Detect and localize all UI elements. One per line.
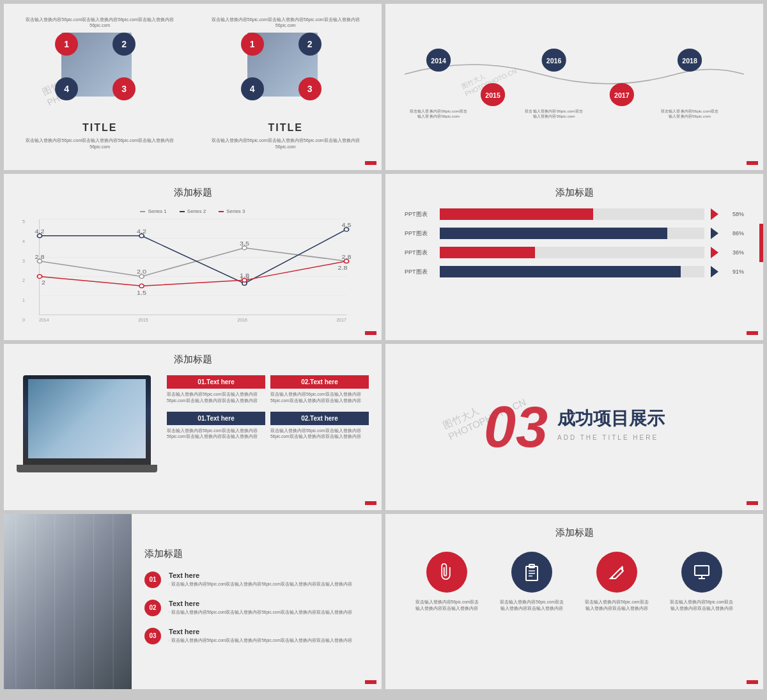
- tb1-content: 双击输入替换内容56pic.com双击输入替换内容56pic.com双击输入替换…: [167, 389, 265, 407]
- svg-text:4.5: 4.5: [341, 222, 352, 228]
- circle-4: 4: [55, 77, 78, 100]
- icon-block-1: 双击输入替换内容56pic.com双击输入替换内容双击输入替换内容: [415, 552, 479, 612]
- list-body-2: · 双击输入替换内容56pic.com双击输入替换内容56pic.com双击输入…: [169, 609, 369, 616]
- chart-area: 2.8 2.0 3.5 2.8 4.2 4.2 1.3 4.5: [39, 219, 346, 315]
- legend-s1: Series 1: [140, 208, 166, 214]
- circle-4r: 4: [241, 77, 264, 100]
- clipboard-icon: [523, 563, 541, 581]
- svg-point-22: [139, 274, 144, 278]
- bar-track-4: [440, 266, 704, 277]
- slide8-title: 添加标题: [405, 527, 744, 539]
- bar-arrow-4: [711, 266, 718, 277]
- bar-label-3: PPT图表: [405, 249, 433, 257]
- tb4: 02.Text here 双击输入替换内容56pic.com双击输入替换内容56…: [270, 412, 369, 443]
- circle-3r: 3: [298, 77, 322, 100]
- project-text: 成功项目展示 ADD THE TITLE HERE: [557, 413, 665, 441]
- svg-point-29: [37, 234, 42, 238]
- bar-arrow-1: [711, 208, 718, 220]
- svg-text:4.2: 4.2: [137, 228, 147, 235]
- legend-s3: Series 3: [219, 208, 245, 214]
- icon-circle-2: [511, 552, 552, 593]
- svg-point-32: [344, 228, 348, 231]
- slide-4: 添加标题 PPT图表 58% PPT图表 86%: [385, 174, 763, 340]
- slide-3: 添加标题 Series 1 Series 2 Series 3 5 4 3 2 …: [4, 174, 382, 340]
- numbered-circles-right: 1 2 3 4: [228, 33, 343, 122]
- chart-wrapper: 5 4 3 2 1 0: [33, 219, 353, 322]
- project-title: 成功项目展示: [557, 407, 665, 431]
- svg-point-23: [242, 246, 247, 250]
- svg-text:双击输入替换内容56pic.com双击: 双击输入替换内容56pic.com双击: [410, 109, 468, 113]
- circle-2r: 2: [298, 33, 322, 56]
- icon-block-4: 双击输入替换内容56pic.com双击输入替换内容双击输入替换内容: [670, 552, 734, 612]
- bar-percent-2: 86%: [725, 230, 744, 237]
- text-box-row-1: 01.Text here 双击输入替换内容56pic.com双击输入替换内容56…: [167, 375, 369, 407]
- svg-text:双击输入替换内容56pic.com双击: 双击输入替换内容56pic.com双击: [661, 109, 719, 113]
- bar-track-2: [440, 228, 704, 239]
- svg-text:2015: 2015: [485, 92, 500, 99]
- svg-text:2.0: 2.0: [137, 268, 147, 275]
- icons-row: 双击输入替换内容56pic.com双击输入替换内容双击输入替换内容 双击输入替换…: [405, 552, 744, 612]
- svg-text:2.8: 2.8: [35, 253, 45, 260]
- list-item-text-1: Text here · 双击输入替换内容56pic.com双击输入替换内容56p…: [169, 572, 369, 587]
- svg-point-30: [139, 234, 144, 238]
- bar-fill-1: [440, 208, 593, 220]
- icon-text-1: 双击输入替换内容56pic.com双击输入替换内容双击输入替换内容: [415, 599, 479, 612]
- svg-text:1.5: 1.5: [137, 290, 147, 296]
- legend-s2: Series 2: [180, 208, 206, 214]
- svg-point-39: [242, 278, 247, 282]
- slide1-top-text: 双击输入替换内容56pic.com双击输入替换内容56pic.com双击输入替换…: [17, 17, 183, 27]
- slide1-right-text: 双击输入替换内容56pic.com双击输入替换内容56pic.com双击输入替换…: [203, 137, 369, 150]
- bar-arrow-3: [711, 247, 718, 258]
- list-heading-1: Text here: [169, 572, 369, 579]
- slide-5: 添加标题 01.Text here 双击输入替换内容56pic.com双击输入替…: [4, 344, 382, 510]
- icon-text-3: 双击输入替换内容56pic.com双击输入替换内容双击输入替换内容: [585, 599, 649, 612]
- chart-legend: Series 1 Series 2 Series 3: [20, 208, 366, 214]
- svg-text:3.5: 3.5: [240, 240, 250, 247]
- list-item-2: 02 Text here · 双击输入替换内容56pic.com双击输入替换内容…: [144, 600, 369, 616]
- icon-circle-3: [596, 552, 637, 593]
- tb2-content: 双击输入替换内容56pic.com双击输入替换内容56pic.com双击输入替换…: [270, 389, 369, 407]
- bar-row-2: PPT图表 86%: [405, 228, 744, 239]
- slide7-photo-svg: [4, 514, 132, 689]
- slide1-left: 双击输入替换内容56pic.com双击输入替换内容56pic.com双击输入替换…: [17, 17, 183, 157]
- list-item-3: 03 Text here · 双击输入替换内容56pic.com双击输入替换内容…: [144, 628, 369, 644]
- icon-block-2: 双击输入替换内容56pic.com双击输入替换内容双击输入替换内容: [500, 552, 564, 612]
- tb3: 01.Text here 双击输入替换内容56pic.com双击输入替换内容56…: [167, 412, 265, 443]
- bar-fill-2: [440, 228, 667, 239]
- bar-row-1: PPT图表 58%: [405, 208, 744, 220]
- list-heading-3: Text here: [169, 628, 369, 635]
- slide4-title: 添加标题: [405, 187, 744, 199]
- list-body-1: · 双击输入替换内容56pic.com双击输入替换内容56pic.com双击输入…: [169, 581, 369, 587]
- list-num-1: 01: [144, 572, 161, 588]
- circle-1: 1: [55, 33, 78, 56]
- svg-text:输入替换内容56pic.com: 输入替换内容56pic.com: [533, 114, 575, 118]
- circle-3: 3: [112, 77, 136, 100]
- bar-fill-4: [440, 266, 681, 277]
- svg-text:输入替换内容56pic.com: 输入替换内容56pic.com: [669, 114, 711, 118]
- pencil-icon: [608, 563, 626, 581]
- tb1: 01.Text here 双击输入替换内容56pic.com双击输入替换内容56…: [167, 375, 265, 407]
- svg-text:输入替换内容56pic.com: 输入替换内容56pic.com: [417, 114, 460, 118]
- timeline-svg: 2014 2016 2018 2015 2017 双击输入替换内容56pic.c…: [405, 49, 744, 125]
- bar-track-3: [440, 247, 704, 258]
- project-subtitle: ADD THE TITLE HERE: [557, 434, 665, 441]
- side-accent: [759, 224, 763, 262]
- slide7-photo: [4, 514, 132, 689]
- slide7-title: 添加标题: [144, 548, 369, 560]
- bar-label-2: PPT图表: [405, 229, 433, 238]
- bar-row-3: PPT图表 36%: [405, 247, 744, 258]
- laptop-container: [17, 375, 157, 472]
- icon-block-3: 双击输入替换内容56pic.com双击输入替换内容双击输入替换内容: [585, 552, 649, 612]
- bar-percent-1: 58%: [725, 211, 744, 217]
- slide-2: 图竹大人PHOTOPHOTO.CN 2014 2016 2018 2015 20…: [385, 4, 763, 170]
- slide-6: 图竹大人PHOTOPHOTO.CN 03 成功项目展示 ADD THE TITL…: [385, 344, 763, 510]
- laptop-base: [17, 465, 157, 472]
- slide1-left-title: TITLE: [82, 122, 117, 134]
- svg-point-38: [139, 284, 144, 288]
- icon-text-2: 双击输入替换内容56pic.com双击输入替换内容双击输入替换内容: [500, 599, 564, 612]
- svg-text:2016: 2016: [546, 58, 562, 65]
- bar-fill-3: [440, 247, 535, 258]
- svg-text:2.8: 2.8: [337, 265, 348, 271]
- circle-1r: 1: [241, 33, 264, 56]
- icon-circle-4: [681, 552, 722, 593]
